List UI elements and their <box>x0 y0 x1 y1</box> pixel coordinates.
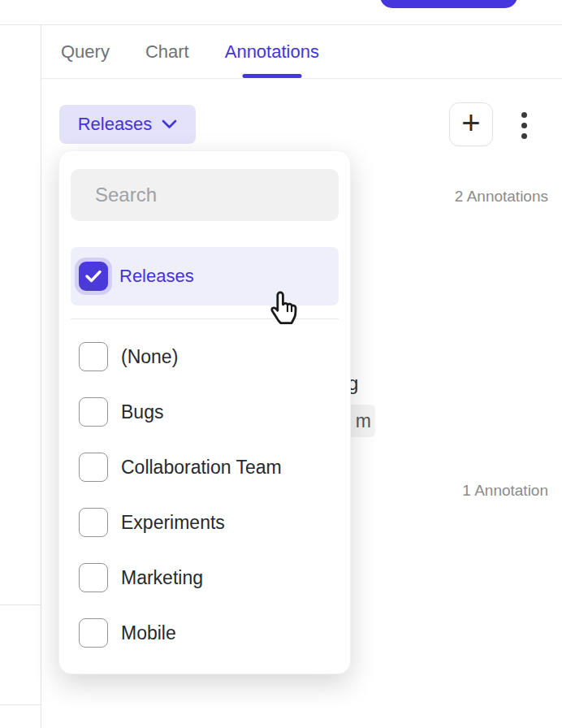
filter-button-label: Releases <box>78 114 153 135</box>
checkbox-checked-icon[interactable] <box>79 262 108 291</box>
option-mobile[interactable]: Mobile <box>71 605 339 661</box>
option-experiments[interactable]: Experiments <box>71 495 339 550</box>
kebab-menu-icon <box>521 133 527 139</box>
option-marketing[interactable]: Marketing <box>71 550 339 605</box>
checkbox-unchecked-icon[interactable] <box>79 508 108 537</box>
primary-action-button[interactable] <box>380 0 517 8</box>
option-label: Collaboration Team <box>121 457 282 479</box>
option-releases-selected[interactable]: Releases <box>71 247 339 306</box>
option-label: Releases <box>119 266 194 287</box>
option-label: (None) <box>121 346 178 368</box>
active-tab-indicator <box>242 74 301 78</box>
checkbox-unchecked-icon[interactable] <box>79 453 108 482</box>
left-rail <box>0 25 41 728</box>
option-bugs[interactable]: Bugs <box>71 384 339 440</box>
option-label: Mobile <box>121 622 176 644</box>
checkbox-unchecked-icon[interactable] <box>79 397 108 427</box>
main-panel: Query Chart Annotations <box>41 25 562 79</box>
option-collaboration-team[interactable]: Collaboration Team <box>71 440 339 495</box>
option-label: Bugs <box>121 401 163 423</box>
options-list: (None) Bugs Collaboration Team Experimen… <box>71 329 339 661</box>
tab-annotations-label: Annotations <box>225 41 319 63</box>
checkbox-unchecked-icon[interactable] <box>79 342 108 371</box>
tab-bar: Query Chart Annotations <box>41 25 562 79</box>
releases-filter-dropdown-button[interactable]: Releases <box>59 105 196 144</box>
kebab-menu-icon <box>521 112 527 118</box>
option-label: Marketing <box>121 567 203 589</box>
menu-divider <box>71 318 339 319</box>
rail-divider <box>0 704 41 705</box>
option-none[interactable]: (None) <box>71 329 339 384</box>
annotation-count-bottom: 1 Annotation <box>462 482 548 500</box>
search-input[interactable] <box>95 184 347 206</box>
add-annotation-button[interactable]: + <box>449 102 493 146</box>
kebab-menu-icon <box>521 123 527 128</box>
more-options-button[interactable] <box>512 107 536 143</box>
plus-icon: + <box>461 106 480 139</box>
annotation-count-top: 2 Annotations <box>455 188 548 206</box>
option-label: Experiments <box>121 512 225 534</box>
chevron-down-icon <box>162 119 177 129</box>
tab-query[interactable]: Query <box>61 25 110 78</box>
releases-dropdown-menu: Releases (None) Bugs Collaboration Team … <box>58 150 351 674</box>
tab-chart[interactable]: Chart <box>145 25 189 78</box>
top-toolbar <box>0 0 562 25</box>
annotations-screen: Query Chart Annotations Releases + 2 Ann… <box>0 0 562 728</box>
checkmark-icon <box>84 269 102 284</box>
checkbox-unchecked-icon[interactable] <box>79 563 108 592</box>
dropdown-search <box>71 169 339 221</box>
tab-annotations[interactable]: Annotations <box>225 25 319 78</box>
rail-divider <box>0 604 41 605</box>
checkbox-unchecked-icon[interactable] <box>79 618 108 648</box>
